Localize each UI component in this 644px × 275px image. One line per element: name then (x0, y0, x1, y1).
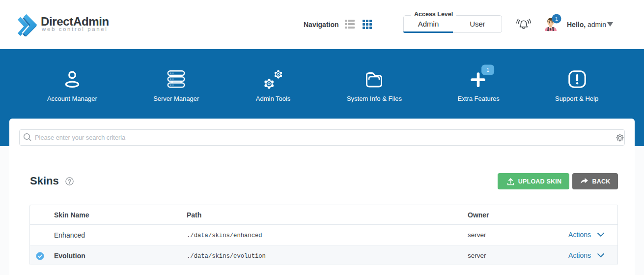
svg-text:1: 1 (486, 67, 489, 73)
svg-text:1: 1 (555, 16, 558, 22)
